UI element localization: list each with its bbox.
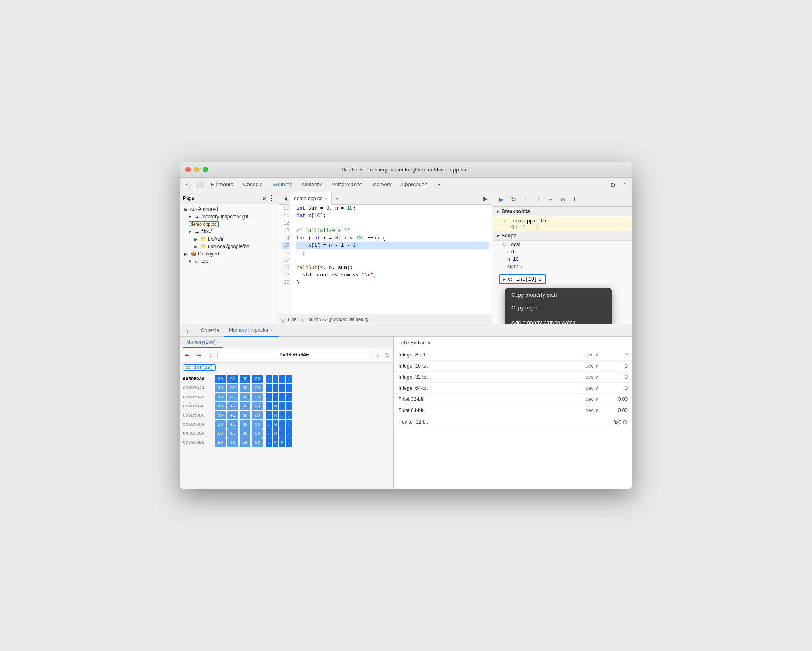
mem-byte[interactable]: 50: [227, 438, 238, 447]
mem-byte[interactable]: 00: [227, 393, 238, 401]
bottom-tab-console[interactable]: Console: [196, 324, 224, 337]
tab-elements[interactable]: Elements: [206, 178, 238, 192]
mem-byte[interactable]: 00: [215, 393, 226, 401]
source-nav-more[interactable]: »: [332, 194, 342, 204]
mem-byte[interactable]: 00: [252, 375, 263, 383]
scope-header[interactable]: ▼ Scope: [492, 231, 632, 241]
debug-step-btn[interactable]: →: [545, 194, 556, 205]
sidebar-more-icon[interactable]: »: [263, 194, 266, 202]
tree-item-memory-inspector-glit[interactable]: ▼ ☁ memory-inspector.glit: [180, 213, 278, 220]
mem-byte[interactable]: 00: [252, 438, 263, 447]
source-tab-close[interactable]: ×: [325, 196, 327, 201]
mem-byte[interactable]: 4E: [227, 420, 238, 429]
sidebar-menu-icon[interactable]: ⋮: [268, 194, 275, 202]
tree-item-usr[interactable]: ▶ 📁 usr/local/google/ho: [180, 243, 278, 250]
settings-icon[interactable]: ⚙: [608, 180, 618, 190]
scope-local-header[interactable]: L Local: [492, 241, 632, 248]
mem-byte[interactable]: 00: [240, 375, 250, 383]
mem-byte[interactable]: 00: [215, 375, 226, 383]
close-button[interactable]: [185, 167, 191, 172]
memory-tab-memory256[interactable]: Memory(256) ×: [183, 337, 223, 348]
memory-next-btn[interactable]: ›: [373, 351, 383, 360]
type-format-int8[interactable]: dec ∨: [586, 352, 599, 358]
mem-byte[interactable]: 4D: [227, 402, 238, 410]
mem-byte[interactable]: 00: [215, 384, 226, 392]
cursor-icon[interactable]: ↖: [183, 180, 193, 190]
endian-dropdown[interactable]: Little Endian ∨: [399, 340, 431, 346]
tree-item-bsw[interactable]: ▶ 📁 b/s/w/ir: [180, 235, 278, 243]
memory-refresh-btn[interactable]: ↻: [385, 352, 390, 358]
source-tab-demo-cpp[interactable]: demo-cpp.cc ×: [290, 192, 332, 205]
tree-item-demo-cpp-cc[interactable]: ▶ demo-cpp.cc: [180, 220, 278, 228]
mem-byte[interactable]: 00: [252, 393, 263, 401]
tree-item-top[interactable]: ▼ □ top: [180, 258, 278, 265]
tree-item-authored[interactable]: ▶ </> Authored: [180, 206, 278, 213]
debug-resume-btn[interactable]: ▶: [496, 194, 506, 205]
mem-byte[interactable]: 00: [252, 411, 263, 419]
format-icon: {}: [282, 317, 285, 322]
mem-byte[interactable]: 00: [252, 384, 263, 392]
endian-selector[interactable]: Little Endian ∨: [394, 337, 632, 349]
menu-add-to-watch[interactable]: Add property path to watch: [505, 316, 612, 324]
mem-byte[interactable]: 00: [240, 402, 250, 410]
menu-copy-property-path[interactable]: Copy property path: [505, 288, 612, 301]
tab-performance[interactable]: Performance: [327, 178, 367, 192]
mem-byte[interactable]: 4E: [227, 429, 238, 438]
mem-byte[interactable]: 50: [215, 411, 226, 419]
menu-copy-object[interactable]: Copy object: [505, 301, 612, 314]
mem-byte[interactable]: 00: [240, 420, 250, 429]
type-format-int16[interactable]: dec ∨: [586, 363, 599, 369]
mem-byte[interactable]: 00: [252, 402, 263, 410]
memory-prev-btn[interactable]: ‹: [206, 351, 215, 360]
code-lines: int sum = 0, n = 10; int x[10]; /* initi…: [293, 205, 492, 314]
tab-sources[interactable]: Sources: [268, 178, 297, 192]
tree-item-file[interactable]: ▼ ☁ file://: [180, 228, 278, 235]
debug-stepout-btn[interactable]: ↑: [533, 194, 544, 205]
memory-address-input[interactable]: [217, 351, 371, 359]
mem-byte[interactable]: 00: [240, 411, 250, 419]
type-format-float64[interactable]: dec ∨: [586, 407, 599, 413]
tab-more[interactable]: »: [432, 178, 445, 192]
pointer-link-icon[interactable]: ⊕: [623, 419, 628, 425]
tree-item-deployed[interactable]: ▶ 📦 Deployed: [180, 250, 278, 258]
tab-console[interactable]: Console: [238, 178, 268, 192]
memory-history-forward[interactable]: ↪: [194, 351, 203, 360]
mem-byte[interactable]: E0: [215, 438, 226, 447]
mem-byte[interactable]: 00: [240, 393, 250, 401]
breakpoints-header[interactable]: ▼ Breakpoints: [492, 207, 632, 216]
mem-byte[interactable]: 00: [227, 375, 238, 383]
debug-pause-btn[interactable]: ⏸: [570, 194, 581, 205]
mem-byte[interactable]: E0: [215, 429, 226, 438]
tab-memory[interactable]: Memory: [367, 178, 397, 192]
memory-history-back[interactable]: ↩: [183, 351, 192, 360]
source-nav-left[interactable]: ◀: [280, 194, 290, 204]
var-tooltip-x[interactable]: ▶ x: int[10] ⊞: [499, 274, 546, 284]
bottom-tab-memory-inspector[interactable]: Memory Inspector ×: [224, 324, 279, 337]
mem-byte[interactable]: 00: [252, 420, 263, 429]
type-format-int64[interactable]: dec ∨: [586, 385, 599, 391]
memory-tab-close[interactable]: ×: [217, 339, 220, 345]
bottom-tab-memory-close[interactable]: ×: [271, 327, 274, 333]
debug-stepinto-btn[interactable]: ↓: [520, 194, 531, 205]
tab-network[interactable]: Network: [297, 178, 327, 192]
tab-application[interactable]: Application: [397, 178, 433, 192]
bottom-panel-menu[interactable]: ⋮: [183, 326, 193, 335]
debug-stepover-btn[interactable]: ↻: [508, 194, 519, 205]
source-run-icon[interactable]: ▶: [481, 194, 490, 204]
mem-byte[interactable]: 00: [240, 384, 250, 392]
mem-byte[interactable]: 00: [227, 384, 238, 392]
mem-byte[interactable]: 4E: [227, 411, 238, 419]
type-format-float32[interactable]: dec ∨: [586, 396, 599, 402]
debug-deactivate-btn[interactable]: ⊘: [558, 194, 568, 205]
device-icon[interactable]: ⬜: [194, 180, 204, 190]
maximize-button[interactable]: [203, 167, 208, 172]
minimize-button[interactable]: [194, 167, 199, 172]
more-options-icon[interactable]: ⋮: [619, 180, 629, 190]
mem-byte[interactable]: 50: [240, 438, 250, 447]
mem-byte[interactable]: 00: [252, 429, 263, 438]
mem-byte[interactable]: 00: [240, 429, 250, 438]
type-format-int32[interactable]: dec ∨: [586, 374, 599, 380]
breakpoint-checkbox[interactable]: ☑: [502, 218, 507, 224]
mem-byte[interactable]: 80: [215, 402, 226, 410]
mem-byte[interactable]: E0: [215, 420, 226, 429]
